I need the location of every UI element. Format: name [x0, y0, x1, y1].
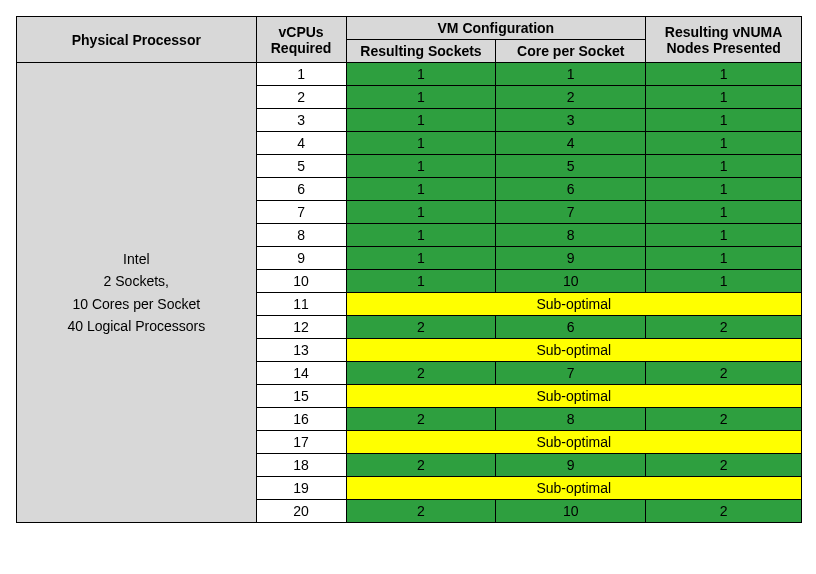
sockets-cell: 1	[346, 201, 496, 224]
vcpu-cell: 8	[256, 224, 346, 247]
core-per-socket-cell: 2	[496, 86, 646, 109]
vcpu-cell: 20	[256, 500, 346, 523]
suboptimal-cell: Sub-optimal	[346, 293, 801, 316]
core-per-socket-cell: 9	[496, 247, 646, 270]
core-per-socket-cell: 8	[496, 224, 646, 247]
proc-line-3: 10 Cores per Socket	[72, 296, 200, 312]
vcpu-cell: 1	[256, 63, 346, 86]
sockets-cell: 1	[346, 224, 496, 247]
suboptimal-cell: Sub-optimal	[346, 431, 801, 454]
vnuma-cell: 1	[646, 132, 802, 155]
core-per-socket-cell: 10	[496, 500, 646, 523]
header-physical-processor: Physical Processor	[17, 17, 257, 63]
vcpu-cell: 19	[256, 477, 346, 500]
vcpu-cell: 9	[256, 247, 346, 270]
vnuma-cell: 1	[646, 155, 802, 178]
suboptimal-cell: Sub-optimal	[346, 385, 801, 408]
sockets-cell: 2	[346, 454, 496, 477]
header-vcpus-required: vCPUs Required	[256, 17, 346, 63]
vnuma-cell: 2	[646, 362, 802, 385]
sockets-cell: 2	[346, 408, 496, 431]
core-per-socket-cell: 6	[496, 178, 646, 201]
core-per-socket-cell: 6	[496, 316, 646, 339]
sockets-cell: 1	[346, 178, 496, 201]
physical-processor-cell: Intel2 Sockets,10 Cores per Socket40 Log…	[17, 63, 257, 523]
sockets-cell: 1	[346, 63, 496, 86]
sockets-cell: 2	[346, 362, 496, 385]
vcpu-cell: 15	[256, 385, 346, 408]
header-resulting-vnuma: Resulting vNUMA Nodes Presented	[646, 17, 802, 63]
sockets-cell: 1	[346, 109, 496, 132]
vnuma-cell: 2	[646, 500, 802, 523]
header-core-per-socket: Core per Socket	[496, 40, 646, 63]
vnuma-cell: 1	[646, 109, 802, 132]
table-body: Intel2 Sockets,10 Cores per Socket40 Log…	[17, 63, 802, 523]
vcpu-cell: 5	[256, 155, 346, 178]
core-per-socket-cell: 3	[496, 109, 646, 132]
vcpu-cell: 14	[256, 362, 346, 385]
sockets-cell: 2	[346, 500, 496, 523]
vcpu-cell: 12	[256, 316, 346, 339]
core-per-socket-cell: 8	[496, 408, 646, 431]
vnuma-cell: 2	[646, 316, 802, 339]
core-per-socket-cell: 7	[496, 201, 646, 224]
vnuma-cell: 2	[646, 454, 802, 477]
core-per-socket-cell: 10	[496, 270, 646, 293]
core-per-socket-cell: 5	[496, 155, 646, 178]
vcpu-cell: 10	[256, 270, 346, 293]
sockets-cell: 1	[346, 270, 496, 293]
vnuma-cell: 1	[646, 178, 802, 201]
header-resulting-sockets: Resulting Sockets	[346, 40, 496, 63]
core-per-socket-cell: 7	[496, 362, 646, 385]
vnuma-cell: 2	[646, 408, 802, 431]
proc-line-4: 40 Logical Processors	[67, 318, 205, 334]
sockets-cell: 1	[346, 132, 496, 155]
suboptimal-cell: Sub-optimal	[346, 477, 801, 500]
vcpu-cell: 2	[256, 86, 346, 109]
vcpu-cell: 3	[256, 109, 346, 132]
vcpu-cell: 13	[256, 339, 346, 362]
vcpu-cell: 6	[256, 178, 346, 201]
vnuma-cell: 1	[646, 270, 802, 293]
vcpu-cell: 7	[256, 201, 346, 224]
proc-line-1: Intel	[123, 251, 149, 267]
vcpu-cell: 18	[256, 454, 346, 477]
proc-line-2: 2 Sockets,	[104, 273, 169, 289]
vnuma-cell: 1	[646, 63, 802, 86]
vnuma-cell: 1	[646, 201, 802, 224]
vcpu-cell: 11	[256, 293, 346, 316]
sockets-cell: 2	[346, 316, 496, 339]
vnuma-cell: 1	[646, 224, 802, 247]
core-per-socket-cell: 1	[496, 63, 646, 86]
sockets-cell: 1	[346, 155, 496, 178]
vcpu-cell: 17	[256, 431, 346, 454]
header-vm-configuration: VM Configuration	[346, 17, 646, 40]
vcpu-cell: 16	[256, 408, 346, 431]
vnuma-table: Physical Processor vCPUs Required VM Con…	[16, 16, 802, 523]
core-per-socket-cell: 9	[496, 454, 646, 477]
vcpu-cell: 4	[256, 132, 346, 155]
vnuma-cell: 1	[646, 247, 802, 270]
vnuma-cell: 1	[646, 86, 802, 109]
sockets-cell: 1	[346, 86, 496, 109]
core-per-socket-cell: 4	[496, 132, 646, 155]
suboptimal-cell: Sub-optimal	[346, 339, 801, 362]
sockets-cell: 1	[346, 247, 496, 270]
table-header: Physical Processor vCPUs Required VM Con…	[17, 17, 802, 63]
table-row: Intel2 Sockets,10 Cores per Socket40 Log…	[17, 63, 802, 86]
